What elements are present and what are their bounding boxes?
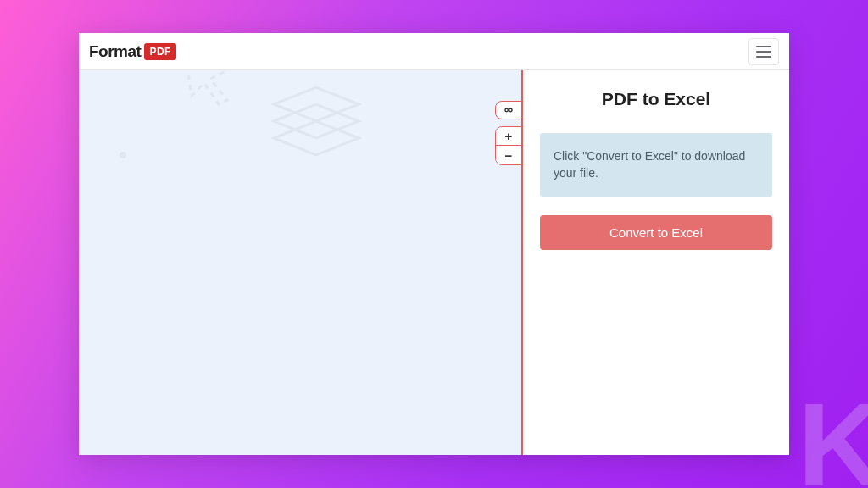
app-window: Format PDF — [79, 33, 789, 455]
preview-tools: + − — [495, 101, 522, 165]
topbar: Format PDF — [79, 33, 789, 70]
logo-badge: PDF — [144, 43, 176, 60]
watermark: K — [798, 376, 868, 488]
panel-title: PDF to Excel — [540, 89, 772, 109]
content-area: + − PDF to Excel Click "Convert to Excel… — [79, 70, 789, 455]
logo-text: Format — [89, 42, 141, 61]
gear-icon — [503, 104, 515, 116]
svg-point-1 — [120, 152, 126, 158]
logo[interactable]: Format PDF — [89, 42, 176, 61]
zoom-controls: + − — [495, 126, 522, 165]
zoom-in-button[interactable]: + — [496, 127, 521, 146]
info-message: Click "Convert to Excel" to download you… — [540, 133, 772, 197]
document-preview-pane: + − — [79, 70, 523, 455]
decorative-doodles — [96, 70, 503, 206]
zoom-out-button[interactable]: − — [496, 146, 521, 164]
settings-button[interactable] — [495, 101, 522, 119]
convert-button[interactable]: Convert to Excel — [540, 215, 772, 250]
conversion-panel: PDF to Excel Click "Convert to Excel" to… — [523, 70, 789, 455]
svg-point-3 — [509, 108, 513, 112]
hamburger-menu-icon[interactable] — [748, 38, 779, 65]
svg-point-2 — [505, 108, 509, 112]
